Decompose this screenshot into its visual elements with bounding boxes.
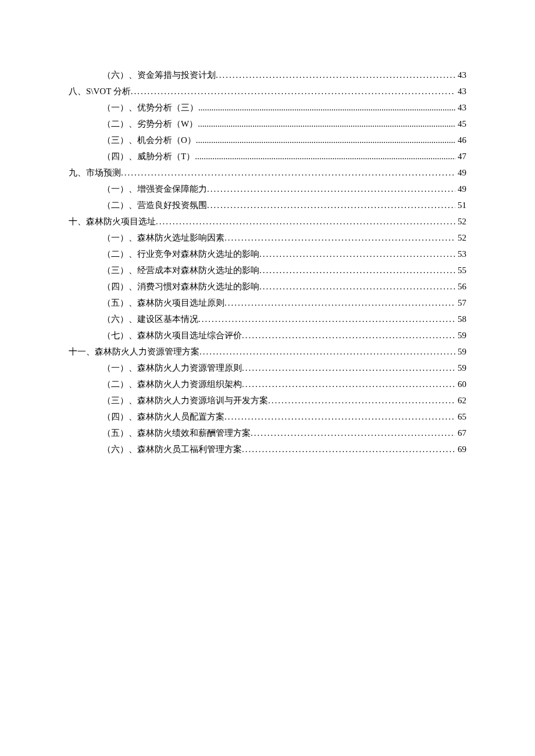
toc-entry-label: （五）、森林防火项目选址原则 bbox=[102, 295, 224, 311]
toc-leader-dots bbox=[242, 376, 455, 392]
toc-entry-page: 69 bbox=[455, 441, 466, 457]
toc-leader-dots bbox=[242, 327, 455, 343]
toc-entry-page: 53 bbox=[455, 246, 466, 262]
toc-entry: （五）、森林防火绩效和薪酬管理方案67 bbox=[69, 425, 466, 441]
toc-entry: （五）、森林防火项目选址原则57 bbox=[69, 295, 466, 311]
toc-entry: （六）、资金筹措与投资计划43 bbox=[69, 67, 466, 83]
toc-leader-dots bbox=[196, 132, 455, 148]
toc-entry-label: （五）、森林防火绩效和薪酬管理方案 bbox=[102, 425, 251, 441]
toc-leader-dots bbox=[259, 246, 455, 262]
toc-entry-page: 43 bbox=[455, 83, 466, 99]
toc-entry-label: （三）、经营成本对森林防火选址的影响 bbox=[102, 262, 259, 278]
toc-leader-dots bbox=[199, 343, 455, 360]
toc-entry: 十、森林防火项目选址52 bbox=[69, 213, 466, 230]
toc-entry: （三）、经营成本对森林防火选址的影响55 bbox=[69, 262, 466, 278]
toc-entry-label: （二）、行业竞争对森林防火选址的影响 bbox=[102, 246, 259, 262]
toc-entry-page: 65 bbox=[455, 409, 466, 425]
toc-entry-label: 十一、森林防火人力资源管理方案 bbox=[69, 343, 199, 360]
toc-entry-page: 59 bbox=[455, 360, 466, 376]
toc-entry: （三）、森林防火人力资源培训与开发方案62 bbox=[69, 392, 466, 409]
toc-entry: （一）、森林防火选址影响因素52 bbox=[69, 230, 466, 246]
toc-leader-dots bbox=[195, 148, 455, 164]
toc-entry-label: （七）、森林防火项目选址综合评价 bbox=[102, 327, 242, 343]
toc-entry-label: （四）、森林防火人员配置方案 bbox=[102, 409, 224, 425]
toc-entry-page: 52 bbox=[455, 230, 466, 246]
toc-leader-dots bbox=[268, 392, 455, 409]
toc-entry-page: 52 bbox=[455, 213, 466, 230]
toc-leader-dots bbox=[224, 409, 455, 425]
toc-entry-page: 62 bbox=[455, 392, 466, 409]
toc-entry-label: （一）、森林防火选址影响因素 bbox=[102, 230, 224, 246]
toc-entry-page: 59 bbox=[455, 327, 466, 343]
toc-leader-dots bbox=[216, 67, 455, 83]
toc-entry-label: （一）、森林防火人力资源管理原则 bbox=[102, 360, 242, 376]
toc-leader-dots bbox=[251, 425, 455, 441]
toc-entry-label: （一）、优势分析（三） bbox=[102, 99, 198, 116]
toc-entry: （一）、优势分析（三）43 bbox=[69, 99, 466, 116]
toc-entry: 十一、森林防火人力资源管理方案59 bbox=[69, 343, 466, 360]
toc-entry-page: 47 bbox=[455, 148, 466, 164]
toc-entry: （二）、行业竞争对森林防火选址的影响53 bbox=[69, 246, 466, 262]
toc-entry: （二）、劣势分析（W）45 bbox=[69, 116, 466, 132]
toc-leader-dots bbox=[156, 213, 455, 230]
toc-leader-dots bbox=[259, 262, 455, 278]
toc-entry-label: （一）、增强资金保障能力 bbox=[102, 181, 207, 197]
toc-entry-page: 59 bbox=[455, 343, 466, 360]
toc-entry-page: 55 bbox=[455, 262, 466, 278]
toc-entry-label: （二）、劣势分析（W） bbox=[102, 116, 198, 132]
toc-entry: （三）、机会分析（O）46 bbox=[69, 132, 466, 148]
toc-entry: （六）、森林防火员工福利管理方案69 bbox=[69, 441, 466, 457]
toc-entry-label: （二）、森林防火人力资源组织架构 bbox=[102, 376, 242, 392]
toc-entry-label: 十、森林防火项目选址 bbox=[69, 213, 156, 230]
toc-entry: （一）、森林防火人力资源管理原则59 bbox=[69, 360, 466, 376]
toc-entry-page: 43 bbox=[455, 99, 466, 116]
toc-leader-dots bbox=[242, 441, 455, 457]
toc-entry-label: 九、市场预测 bbox=[69, 164, 121, 181]
toc-entry-page: 49 bbox=[455, 181, 466, 197]
toc-entry-page: 46 bbox=[455, 132, 466, 148]
toc-leader-dots bbox=[207, 197, 455, 213]
toc-entry: （四）、森林防火人员配置方案65 bbox=[69, 409, 466, 425]
toc-entry: （四）、消费习惯对森林防火选址的影响56 bbox=[69, 278, 466, 295]
toc-leader-dots bbox=[131, 83, 455, 99]
toc-entry-page: 51 bbox=[455, 197, 466, 213]
toc-entry: （二）、营造良好投资氛围51 bbox=[69, 197, 466, 213]
toc-entry-label: 八、S\VOT 分析 bbox=[69, 83, 131, 99]
toc-entry-page: 43 bbox=[455, 67, 466, 83]
toc-entry-page: 56 bbox=[455, 278, 466, 295]
toc-entry: （七）、森林防火项目选址综合评价59 bbox=[69, 327, 466, 343]
toc-entry-label: （三）、机会分析（O） bbox=[102, 132, 196, 148]
toc-entry-label: （六）、资金筹措与投资计划 bbox=[102, 67, 216, 83]
toc-entry-label: （六）、建设区基本情况 bbox=[102, 311, 198, 327]
toc-entry-label: （二）、营造良好投资氛围 bbox=[102, 197, 207, 213]
document-page: （六）、资金筹措与投资计划43八、S\VOT 分析43（一）、优势分析（三）43… bbox=[0, 0, 535, 457]
toc-entry-page: 57 bbox=[455, 295, 466, 311]
toc-entry-page: 58 bbox=[455, 311, 466, 327]
toc-entry-page: 60 bbox=[455, 376, 466, 392]
toc-entry: 九、市场预测49 bbox=[69, 164, 466, 181]
toc-entry-label: （四）、威胁分析（T） bbox=[102, 148, 195, 164]
toc-leader-dots bbox=[224, 230, 455, 246]
toc-entry: （二）、森林防火人力资源组织架构60 bbox=[69, 376, 466, 392]
toc-entry: 八、S\VOT 分析43 bbox=[69, 83, 466, 99]
toc-leader-dots bbox=[207, 181, 455, 197]
toc-entry-page: 49 bbox=[455, 164, 466, 181]
toc-entry: （一）、增强资金保障能力49 bbox=[69, 181, 466, 197]
toc-leader-dots bbox=[198, 99, 455, 116]
table-of-contents: （六）、资金筹措与投资计划43八、S\VOT 分析43（一）、优势分析（三）43… bbox=[69, 67, 466, 457]
toc-leader-dots bbox=[259, 278, 455, 295]
toc-leader-dots bbox=[224, 295, 455, 311]
toc-leader-dots bbox=[198, 311, 455, 327]
toc-entry-page: 45 bbox=[455, 116, 466, 132]
toc-entry-page: 67 bbox=[455, 425, 466, 441]
toc-entry: （四）、威胁分析（T）47 bbox=[69, 148, 466, 164]
toc-entry-label: （六）、森林防火员工福利管理方案 bbox=[102, 441, 242, 457]
toc-leader-dots bbox=[242, 360, 455, 376]
toc-entry-label: （三）、森林防火人力资源培训与开发方案 bbox=[102, 392, 268, 409]
toc-leader-dots bbox=[198, 116, 455, 132]
toc-entry: （六）、建设区基本情况58 bbox=[69, 311, 466, 327]
toc-leader-dots bbox=[121, 164, 455, 181]
toc-entry-label: （四）、消费习惯对森林防火选址的影响 bbox=[102, 278, 259, 295]
